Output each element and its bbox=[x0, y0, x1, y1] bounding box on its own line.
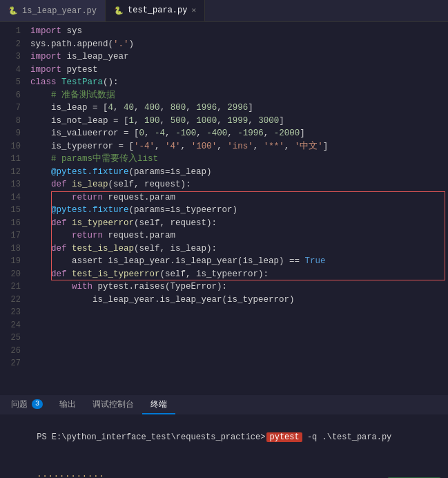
panel-tab-terminal[interactable]: 终端 bbox=[142, 395, 175, 414]
tab-label-1: is_leap_year.py bbox=[22, 6, 97, 16]
panel-tab-problems-label: 问题 bbox=[11, 399, 28, 410]
panel-tab-terminal-label: 终端 bbox=[150, 399, 167, 410]
tab-test-para[interactable]: 🐍 test_para.py ✕ bbox=[106, 0, 205, 21]
tab-is-leap-year[interactable]: 🐍 is_leap_year.py bbox=[0, 0, 106, 21]
panel-tab-debug[interactable]: 调试控制台 bbox=[84, 395, 142, 414]
code-editor: 12345 678910 1112131415 1617181920 21222… bbox=[0, 22, 448, 395]
tab-icon-2: 🐍 bbox=[114, 6, 124, 15]
terminal-area[interactable]: PS E:\python_interface_test\requests_pra… bbox=[0, 414, 448, 478]
panel-tab-debug-label: 调试控制台 bbox=[92, 399, 134, 410]
tab-bar: 🐍 is_leap_year.py 🐍 test_para.py ✕ bbox=[0, 0, 448, 22]
terminal-prompt: PS E:\python_interface_test\requests_pra… bbox=[37, 432, 265, 442]
terminal-args: -q .\test_para.py bbox=[302, 432, 392, 442]
code-lines[interactable]: import sys sys.path.append('.') import i… bbox=[25, 22, 448, 395]
terminal-dots: ............ bbox=[37, 470, 104, 478]
panel-tab-bar: 问题 3 输出 调试控制台 终端 bbox=[0, 395, 448, 414]
tab-close-button[interactable]: ✕ bbox=[191, 7, 196, 15]
panel-tab-output[interactable]: 输出 bbox=[51, 395, 84, 414]
problems-badge: 3 bbox=[32, 399, 43, 409]
line-numbers: 12345 678910 1112131415 1617181920 21222… bbox=[0, 22, 25, 395]
terminal-dots-line: ............ bbox=[7, 456, 441, 478]
tab-icon-1: 🐍 bbox=[8, 6, 18, 15]
terminal-command-highlight: pytest bbox=[266, 432, 302, 442]
bottom-panel: 问题 3 输出 调试控制台 终端 PS E:\python_interface_… bbox=[0, 395, 448, 478]
panel-tab-output-label: 输出 bbox=[59, 399, 76, 410]
tab-label-2: test_para.py bbox=[128, 6, 187, 15]
terminal-prompt-line: PS E:\python_interface_test\requests_pra… bbox=[7, 419, 441, 456]
panel-tab-problems[interactable]: 问题 3 bbox=[3, 395, 51, 414]
